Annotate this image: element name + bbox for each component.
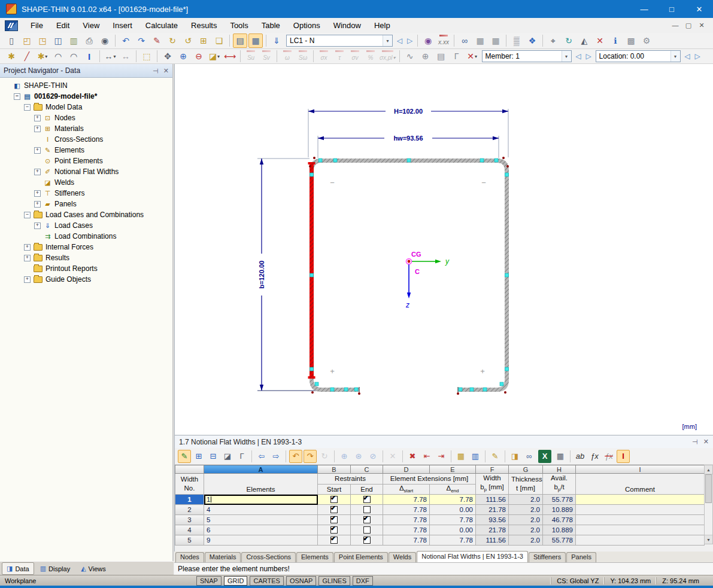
member-combo[interactable]: Member: 1▾ bbox=[482, 50, 572, 62]
close-button[interactable]: ✕ bbox=[685, 0, 713, 18]
collapse-icon[interactable]: − bbox=[24, 104, 31, 111]
rotate-copy-icon[interactable]: ↻ bbox=[165, 33, 180, 48]
table-tab-elements[interactable]: Elements bbox=[296, 552, 333, 562]
new-dimension-icon[interactable]: ↔▾ bbox=[103, 49, 117, 63]
cell-comment[interactable] bbox=[576, 495, 705, 505]
new-load-case-icon[interactable]: ⇓ bbox=[269, 33, 284, 48]
close-icon[interactable]: ✕ bbox=[163, 67, 169, 75]
redo-icon[interactable]: ↷ bbox=[134, 33, 148, 48]
dimension-values-icon[interactable]: ↔ bbox=[119, 49, 133, 63]
menu-help[interactable]: Help bbox=[368, 19, 397, 32]
tree-item-load-combinations[interactable]: ⇉Load Combinations bbox=[1, 231, 172, 242]
navigator-tab-data[interactable]: ◨Data bbox=[2, 562, 34, 575]
stress-points-icon[interactable]: Γ bbox=[450, 49, 464, 63]
table-tab-welds[interactable]: Welds bbox=[389, 552, 416, 562]
menu-calculate[interactable]: Calculate bbox=[139, 19, 184, 32]
close-icon[interactable]: ✕ bbox=[703, 438, 709, 446]
copy-row-icon[interactable]: ◪ bbox=[221, 450, 234, 463]
edit-comment-icon[interactable]: ✎ bbox=[489, 450, 502, 463]
checkbox-restraint-start-cell[interactable] bbox=[318, 505, 351, 515]
print-icon[interactable]: ⎙ bbox=[82, 33, 96, 48]
dropdown-arrow-icon[interactable]: ▾ bbox=[475, 54, 477, 59]
edit-geometry-icon[interactable]: ✎ bbox=[150, 33, 164, 48]
delete-rows-before-icon[interactable]: ⇤ bbox=[420, 450, 433, 463]
measure-icon[interactable]: ⟷ bbox=[223, 49, 237, 63]
tree-item-results[interactable]: +Results bbox=[1, 252, 172, 263]
insert-row-icon[interactable]: ⊞ bbox=[192, 450, 205, 463]
result-diagrams-icon[interactable]: ▤ bbox=[434, 49, 448, 63]
scroll-up-icon[interactable]: ▲ bbox=[705, 465, 712, 474]
mirror-icon[interactable]: ◭ bbox=[577, 33, 591, 48]
toggle-cartes[interactable]: CARTES bbox=[250, 576, 283, 586]
expand-icon[interactable]: + bbox=[34, 223, 41, 229]
zoom-in-icon[interactable]: ⊕ bbox=[176, 49, 190, 63]
toggle-snap[interactable]: SNAP bbox=[196, 576, 222, 586]
cell-elements[interactable]: 4 bbox=[204, 505, 318, 515]
cell-delta-end[interactable]: 0.00 bbox=[430, 525, 476, 535]
collapse-icon[interactable]: − bbox=[14, 93, 20, 100]
navigator-tab-views[interactable]: ◭Views bbox=[76, 562, 111, 575]
cell-delta-start[interactable]: 7.78 bbox=[383, 525, 430, 535]
rename-icon[interactable]: ab bbox=[574, 450, 587, 463]
checkbox-restraint-start-cell[interactable] bbox=[318, 515, 351, 525]
previous-load-case-arrow-icon[interactable]: ◁ bbox=[395, 35, 405, 47]
menu-insert[interactable]: Insert bbox=[106, 19, 139, 32]
panel-manager-2-icon[interactable]: ▦ bbox=[489, 33, 503, 48]
new-arc-tangent-icon[interactable]: ◠ bbox=[66, 49, 81, 63]
import-table-icon[interactable]: ◨ bbox=[508, 450, 521, 463]
tree-item-guide-objects[interactable]: +Guide Objects bbox=[1, 274, 172, 285]
toggle-grid[interactable]: GRID bbox=[224, 576, 248, 586]
tree-item-point-elements[interactable]: ⊙Point Elements bbox=[1, 156, 172, 166]
cell-delta-end[interactable]: 7.78 bbox=[430, 495, 476, 505]
view-manager-icon[interactable]: ∞ bbox=[457, 33, 472, 48]
tree-item-printout-reports[interactable]: Printout Reports bbox=[1, 263, 172, 274]
column-letter-d[interactable]: D bbox=[383, 465, 430, 474]
cell-comment[interactable] bbox=[576, 525, 705, 535]
menu-view[interactable]: View bbox=[76, 19, 106, 32]
row-number-cell[interactable]: 5 bbox=[175, 535, 204, 546]
row-number-cell[interactable]: 4 bbox=[175, 525, 204, 535]
cell-delta-start[interactable]: 7.78 bbox=[383, 505, 430, 515]
info-icon[interactable]: ℹ bbox=[608, 33, 623, 48]
pin-icon[interactable]: ⊤ bbox=[151, 68, 159, 74]
dock-tables-icon[interactable]: ▦ bbox=[248, 33, 263, 48]
tree-item-model-file[interactable]: −▤001629-model-file* bbox=[1, 91, 172, 102]
column-letter-a[interactable]: A bbox=[204, 465, 318, 474]
menu-tools[interactable]: Tools bbox=[223, 19, 254, 32]
filter-elements-icon[interactable]: I bbox=[617, 450, 630, 463]
delete-row-icon[interactable]: ⊟ bbox=[207, 450, 220, 463]
workplane-icon[interactable]: ◪▾ bbox=[207, 49, 222, 63]
menu-edit[interactable]: Edit bbox=[50, 19, 76, 32]
checkbox-restraint-end[interactable] bbox=[363, 506, 371, 513]
checkbox-restraint-start-cell[interactable] bbox=[318, 525, 351, 535]
panel-manager-icon[interactable]: ▦ bbox=[473, 33, 487, 48]
checkbox-restraint-end-cell[interactable] bbox=[351, 515, 383, 525]
mdi-restore-button[interactable]: ▢ bbox=[682, 22, 695, 29]
undo-table-icon[interactable]: ↶ bbox=[289, 450, 302, 463]
checkbox-restraint-start-cell[interactable] bbox=[318, 495, 351, 505]
formula-icon[interactable]: ƒx bbox=[588, 450, 601, 463]
export-excel-icon[interactable]: X bbox=[538, 450, 551, 463]
tree-item-welds[interactable]: ◪Welds bbox=[1, 177, 172, 188]
delete-objects-icon[interactable]: ✕ bbox=[593, 33, 607, 48]
row-number-cell[interactable]: 2 bbox=[175, 505, 204, 515]
column-letter-e[interactable]: E bbox=[430, 465, 476, 474]
new-file-icon[interactable]: ▯ bbox=[4, 33, 19, 48]
table-tab-materials[interactable]: Materials bbox=[205, 552, 241, 562]
expand-icon[interactable]: + bbox=[34, 169, 41, 175]
delete-all-rows-icon[interactable]: ✖ bbox=[406, 450, 419, 463]
new-polyline-icon[interactable]: ✱▾ bbox=[35, 49, 50, 63]
table-tab-cross-sections[interactable]: Cross-Sections bbox=[241, 552, 296, 562]
cross-section-profile[interactable] bbox=[308, 161, 507, 393]
column-letter-f[interactable]: F bbox=[476, 465, 509, 474]
checkbox-restraint-start[interactable] bbox=[330, 526, 338, 534]
tree-item-materials[interactable]: +⊞Materials bbox=[1, 123, 172, 134]
toggle-dxf[interactable]: DXF bbox=[353, 576, 373, 586]
tree-item-load-cases-and-combinations[interactable]: −Load Cases and Combinations bbox=[1, 209, 172, 220]
menu-window[interactable]: Window bbox=[327, 19, 368, 32]
checkbox-restraint-end-cell[interactable] bbox=[351, 535, 383, 546]
add-note-icon[interactable]: ⊞ bbox=[196, 33, 211, 48]
new-node-icon[interactable]: ✱ bbox=[4, 49, 19, 63]
fill-table-icon[interactable]: ▦ bbox=[454, 450, 468, 463]
load-case-combo[interactable]: LC1 - N▾ bbox=[286, 35, 393, 47]
